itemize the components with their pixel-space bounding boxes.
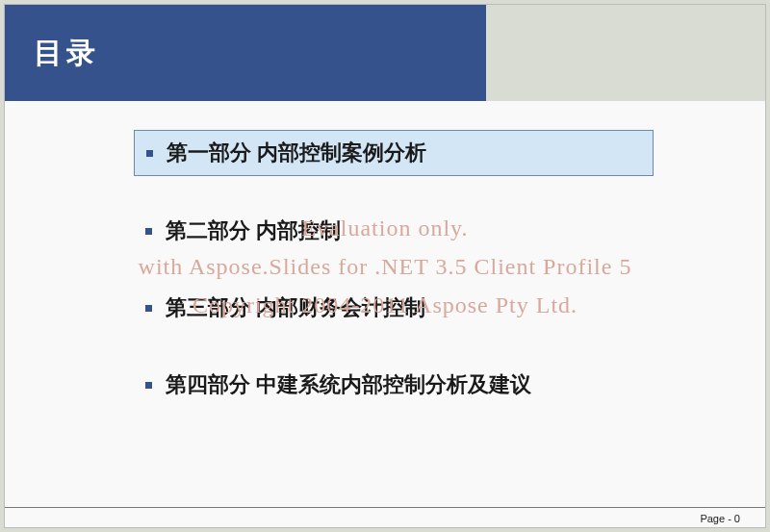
toc-item-3: 第三部分 内部财务会计控制 [134, 286, 654, 330]
toc-item-2: 第二部分 内部控制 [134, 209, 654, 253]
bullet-icon [145, 305, 152, 312]
toc-list: 第一部分 内部控制案例分析 第二部分 内部控制 第三部分 内部财务会计控制 第四… [134, 130, 654, 440]
title-box: 目录 [5, 5, 486, 101]
toc-label: 第二部分 内部控制 [166, 216, 341, 245]
slide-frame: 目录 第一部分 内部控制案例分析 第二部分 内部控制 第三部分 内部财务会计控制… [4, 4, 766, 528]
page-number: Page - 0 [700, 513, 740, 524]
toc-item-4: 第四部分 中建系统内部控制分析及建议 [134, 363, 654, 407]
toc-label: 第一部分 内部控制案例分析 [167, 139, 426, 167]
footer-divider [5, 507, 765, 508]
toc-label: 第四部分 中建系统内部控制分析及建议 [166, 370, 531, 399]
bullet-icon [146, 150, 153, 157]
bullet-icon [145, 228, 152, 235]
bullet-icon [145, 382, 152, 389]
toc-item-1: 第一部分 内部控制案例分析 [134, 130, 654, 176]
slide-title: 目录 [34, 34, 99, 73]
header-band: 目录 [5, 5, 765, 101]
toc-label: 第三部分 内部财务会计控制 [166, 293, 425, 322]
